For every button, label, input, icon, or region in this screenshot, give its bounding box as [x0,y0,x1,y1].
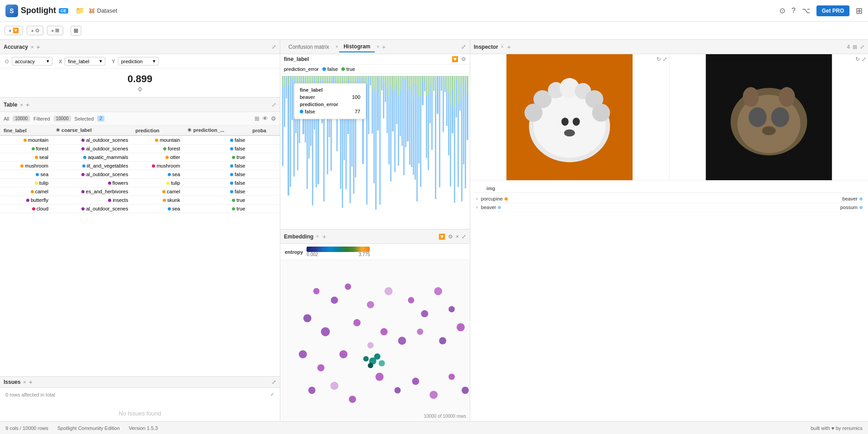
cm-field-label: fine_label [284,56,309,62]
add-filter-button[interactable]: + 🔽 [5,26,23,35]
cell-dot [35,156,38,159]
issues-close[interactable]: × [23,379,26,385]
table-add[interactable]: + [26,101,29,108]
svg-point-6 [354,319,361,327]
inspector-add[interactable]: + [507,43,511,51]
tooltip-dot [300,110,303,113]
table-scroll[interactable]: fine_label ☀ coarse_label prediction ☀ p… [0,126,280,376]
accuracy-add[interactable]: + [36,43,40,51]
help-icon[interactable]: ⊙ [779,6,785,15]
add-view-button[interactable]: + ⊞ [47,26,63,35]
histogram-bar-col [405,76,406,229]
cell-dot [152,164,155,168]
histogram-bar-col [450,76,451,229]
tab-histogram[interactable]: Histogram [339,42,375,52]
tab-hist-close[interactable]: × [377,44,379,49]
layout-grid-button[interactable]: ⊞ [71,26,81,36]
table-cell: seal [0,153,52,162]
accuracy-metric-select[interactable]: accuracy ▾ [12,57,52,65]
histogram-bar-col [443,76,444,229]
embedding-close[interactable]: × [316,234,319,239]
table-row[interactable]: sealaquatic_mammalsottertrue [0,153,280,162]
add-group-button[interactable]: + ⊙ [27,26,43,35]
bar-blue-seg [411,87,412,167]
filtered-label: Filtered [33,116,50,121]
eye-icon[interactable]: 👁 [262,115,268,122]
table-row[interactable]: mountainal_outdoor_scenesmountainfalse [0,135,280,145]
cell-dot [32,207,35,210]
table-row[interactable]: forestal_outdoor_scenesforestfalse [0,145,280,153]
tab-cm-close[interactable]: × [335,44,338,49]
cm-tooltip: fine_label beaver 100 prediction_error f… [294,83,366,119]
embedding-area: 10000 of 10000 rows [280,260,470,421]
bar-blue-seg [465,83,466,188]
tab-add[interactable]: + [382,43,386,51]
bar-green-seg [394,76,396,89]
status-version: Version 1.5.3 [129,425,158,431]
row2-close[interactable]: × [476,205,478,210]
tab-confusion-matrix[interactable]: Confusion matrix [284,42,334,52]
cell-dot [168,207,171,210]
embedding-expand-icon[interactable]: ⤢ [462,233,466,240]
histogram-bar-col [418,76,420,229]
accuracy-expand[interactable]: ⤢ [272,44,276,50]
main-layout: Accuracy × + ⤢ ⊙ accuracy ▾ X fine_label… [0,40,868,421]
cm-settings-icon[interactable]: ⚙ [461,56,466,62]
embedding-close2-icon[interactable]: × [456,233,459,240]
issues-add[interactable]: + [29,378,33,386]
bar-blue-seg [428,93,429,170]
accuracy-close[interactable]: × [31,44,33,50]
table-row[interactable]: seaal_outdoor_scenesseafalse [0,170,280,179]
bar-blue-seg [431,91,433,150]
table-row[interactable]: cameles_and_herbivorescamelfalse [0,187,280,196]
histogram-bar-col [394,76,396,229]
issues-expand[interactable]: ⤢ [272,379,276,385]
grid-layout-icon[interactable]: ⊞ [856,6,863,16]
table-cell: true [184,153,249,162]
bar-green-seg [465,76,466,83]
folder-icon[interactable]: 📁 [75,6,85,15]
bar-green-seg [409,76,410,87]
img1-expand-icon[interactable]: ⤢ [663,56,667,62]
cm-expand[interactable]: ⤢ [461,43,466,50]
cell-dot [81,190,85,193]
img2-refresh-icon[interactable]: ↻ [855,56,860,62]
embedding-add[interactable]: + [322,233,326,240]
settings-icon[interactable]: ⚙ [271,115,276,122]
inspector-expand-icon[interactable]: ⤢ [860,44,864,50]
table-expand[interactable]: ⤢ [272,102,276,108]
expand-rows-icon[interactable]: ⊞ [255,115,259,122]
bar-green-seg [387,76,388,88]
bar-blue-seg [446,89,448,126]
table-cell: true [184,205,249,213]
bar-green-seg [420,76,421,98]
img2-expand-icon[interactable]: ⤢ [862,56,866,62]
github-icon[interactable]: ⌥ [802,6,810,15]
svg-point-45 [561,117,569,126]
table-close[interactable]: × [20,102,23,107]
row1-close[interactable]: × [476,196,478,201]
x-axis-select[interactable]: fine_label ▾ [65,57,105,65]
bar-blue-seg [375,91,377,210]
cm-filter-icon[interactable]: 🔽 [452,56,458,62]
histogram-bar-col [415,76,416,229]
svg-point-55 [778,87,795,107]
table-row[interactable]: butterflyinsectsskunktrue [0,196,280,205]
img1-refresh-icon[interactable]: ↻ [656,56,661,62]
bar-green-seg [385,76,386,82]
bar-blue-seg [409,87,410,165]
y-axis-select[interactable]: prediction ▾ [118,57,159,65]
inspector-close[interactable]: × [501,44,504,49]
table-row[interactable]: tulipflowerstulipfalse [0,179,280,187]
question-icon[interactable]: ? [792,7,796,15]
get-pro-button[interactable]: Get PRO [816,5,849,16]
bar-blue-seg [292,79,293,120]
cell-dot [31,190,34,193]
table-row[interactable]: mushroomiit_and_vegetablesmushroomfalse [0,162,280,170]
scale-max: 3.775 [359,252,370,257]
embedding-filter-icon[interactable]: 🔽 [439,233,445,240]
embedding-header: Embedding × + 🔽 ⚙ × ⤢ [280,229,470,244]
embedding-settings-icon[interactable]: ⚙ [448,233,453,240]
table-cell: al_outdoor_scenes [52,135,132,145]
table-row[interactable]: cloudal_outdoor_scenesseatrue [0,205,280,213]
